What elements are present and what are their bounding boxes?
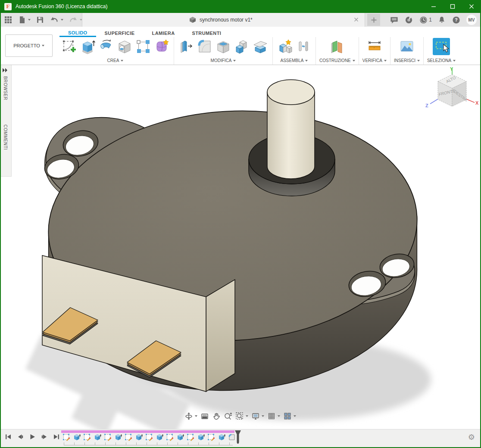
feedback-button[interactable] bbox=[390, 16, 399, 25]
timeline-feature-sketch[interactable] bbox=[82, 433, 92, 442]
fit-button[interactable] bbox=[234, 411, 249, 421]
svg-text:?: ? bbox=[455, 17, 457, 22]
help-button[interactable]: ? bbox=[452, 16, 461, 25]
revolve-button[interactable] bbox=[97, 38, 115, 55]
model-3d-view[interactable] bbox=[0, 65, 481, 448]
timeline-feature-sketch[interactable] bbox=[61, 433, 72, 442]
timeline-feature-sketch[interactable] bbox=[206, 433, 216, 442]
new-tab-button[interactable] bbox=[367, 14, 380, 26]
document-tab[interactable]: synchronous motor v1* bbox=[82, 16, 365, 24]
revolve-icon bbox=[98, 39, 114, 54]
user-avatar[interactable]: MV bbox=[466, 15, 477, 25]
timeline-feature-sketch[interactable] bbox=[185, 433, 196, 442]
measure-button[interactable] bbox=[366, 38, 383, 55]
construction-plane-button[interactable] bbox=[328, 38, 346, 55]
project-dropdown-button[interactable]: PROGETTO bbox=[5, 34, 53, 57]
dropdown-caret-icon bbox=[305, 60, 308, 62]
motor-shaft[interactable] bbox=[267, 80, 315, 179]
close-icon bbox=[469, 4, 474, 9]
insert-image-button[interactable] bbox=[398, 38, 415, 55]
joint-button[interactable] bbox=[295, 38, 312, 55]
seleziona-dropdown[interactable]: SELEZIONA bbox=[427, 58, 456, 63]
split-body-button[interactable] bbox=[252, 38, 269, 55]
maximize-button[interactable] bbox=[443, 0, 462, 13]
browser-panel-tab[interactable]: BROWSER bbox=[3, 76, 8, 100]
bell-button[interactable] bbox=[437, 16, 446, 25]
timeline-ticks bbox=[64, 442, 233, 445]
group-crea: CREA bbox=[57, 37, 174, 65]
comments-panel-tab[interactable]: COMMENTI bbox=[3, 124, 8, 150]
left-panel-strip: BROWSER COMMENTI bbox=[0, 65, 12, 177]
notifications-button[interactable]: 1 bbox=[419, 16, 432, 25]
look-at-button[interactable] bbox=[200, 411, 210, 421]
display-settings-button[interactable] bbox=[250, 411, 265, 421]
hole-button[interactable] bbox=[116, 38, 133, 55]
extrude-button[interactable] bbox=[79, 38, 96, 55]
timeline-feature-extrude[interactable] bbox=[216, 433, 227, 442]
z-axis-label: Z bbox=[425, 103, 428, 108]
tab-strumenti[interactable]: STRUMENTI bbox=[184, 27, 230, 37]
timeline-feature-sketch[interactable] bbox=[165, 433, 175, 442]
pan-button[interactable] bbox=[211, 411, 222, 421]
modifica-label: MODIFICA bbox=[211, 58, 232, 63]
step-back-button[interactable] bbox=[16, 433, 24, 441]
timeline-feature-extrude[interactable] bbox=[72, 433, 82, 442]
viewport-canvas[interactable]: BROWSER COMMENTI Y X Z ALTO FRONTE DESTR… bbox=[0, 65, 481, 448]
fillet-button[interactable] bbox=[196, 38, 213, 55]
job-status-button[interactable] bbox=[404, 16, 413, 25]
viewports-button[interactable] bbox=[282, 411, 297, 421]
y-axis-label: Y bbox=[450, 66, 453, 72]
timeline-settings-button[interactable]: ⚙ bbox=[468, 433, 475, 441]
assembla-dropdown[interactable]: ASSEMBLA bbox=[281, 58, 308, 63]
app-grid-button[interactable] bbox=[3, 15, 14, 25]
tab-solido[interactable]: SOLIDO bbox=[59, 27, 96, 37]
play-button[interactable] bbox=[28, 433, 36, 441]
timeline-feature-extrude[interactable] bbox=[92, 433, 103, 442]
grid-settings-button[interactable] bbox=[266, 411, 281, 421]
undo-button[interactable] bbox=[48, 15, 65, 25]
zoom-button[interactable] bbox=[223, 411, 233, 421]
minimize-button[interactable] bbox=[424, 0, 443, 13]
timeline-feature-sketch[interactable] bbox=[103, 433, 113, 442]
timeline-feature-extrude[interactable] bbox=[134, 433, 144, 442]
inserisci-dropdown[interactable]: INSERISCI bbox=[394, 58, 420, 63]
minimize-icon bbox=[431, 4, 436, 9]
modifica-dropdown[interactable]: MODIFICA bbox=[211, 58, 236, 63]
timeline-feature-extrude[interactable] bbox=[175, 433, 185, 442]
crea-dropdown[interactable]: CREA bbox=[107, 58, 124, 63]
tab-superficie[interactable]: SUPERFICIE bbox=[96, 27, 144, 37]
timeline-feature-extrude[interactable] bbox=[196, 433, 206, 442]
view-cube[interactable]: Y X Z ALTO FRONTE DESTRA bbox=[425, 66, 480, 117]
browser-expand-button[interactable] bbox=[2, 68, 8, 74]
ribbon-toolbar: CREA MODIFICA ASSEMBLA COSTRUZIONE VERIF… bbox=[0, 37, 481, 65]
timeline-group-bar[interactable] bbox=[61, 430, 234, 433]
timeline-feature-sketch[interactable] bbox=[144, 433, 154, 442]
close-button[interactable] bbox=[462, 0, 481, 13]
save-button[interactable] bbox=[34, 15, 46, 25]
verifica-dropdown[interactable]: VERIFICA bbox=[362, 58, 387, 63]
dropdown-caret-icon bbox=[262, 415, 264, 417]
tab-lamiera[interactable]: LAMIERA bbox=[144, 27, 184, 37]
redo-button[interactable] bbox=[67, 15, 84, 25]
combine-button[interactable] bbox=[233, 38, 250, 55]
timeline-playhead[interactable] bbox=[234, 430, 241, 446]
press-pull-button[interactable] bbox=[178, 38, 195, 55]
file-menu-button[interactable] bbox=[16, 15, 32, 25]
new-component-button[interactable] bbox=[276, 38, 294, 55]
select-button[interactable] bbox=[433, 38, 450, 55]
timeline-feature-extrude[interactable] bbox=[154, 433, 165, 442]
timeline-feature-extrude[interactable] bbox=[113, 433, 123, 442]
costruzione-dropdown[interactable]: COSTRUZIONE bbox=[319, 58, 355, 63]
step-forward-button[interactable] bbox=[41, 433, 48, 441]
orbit-button[interactable] bbox=[184, 411, 198, 421]
shell-button[interactable] bbox=[215, 38, 232, 55]
create-sketch-button[interactable] bbox=[60, 38, 78, 55]
skip-to-end-button[interactable] bbox=[53, 433, 60, 441]
timeline-feature-sketch[interactable] bbox=[123, 433, 134, 442]
create-form-button[interactable] bbox=[153, 38, 170, 55]
tab-close-button[interactable] bbox=[353, 16, 359, 24]
skip-to-start-button[interactable] bbox=[4, 433, 12, 441]
rectangular-pattern-button[interactable] bbox=[134, 38, 152, 55]
verifica-label: VERIFICA bbox=[362, 58, 382, 63]
select-icon bbox=[433, 38, 450, 55]
